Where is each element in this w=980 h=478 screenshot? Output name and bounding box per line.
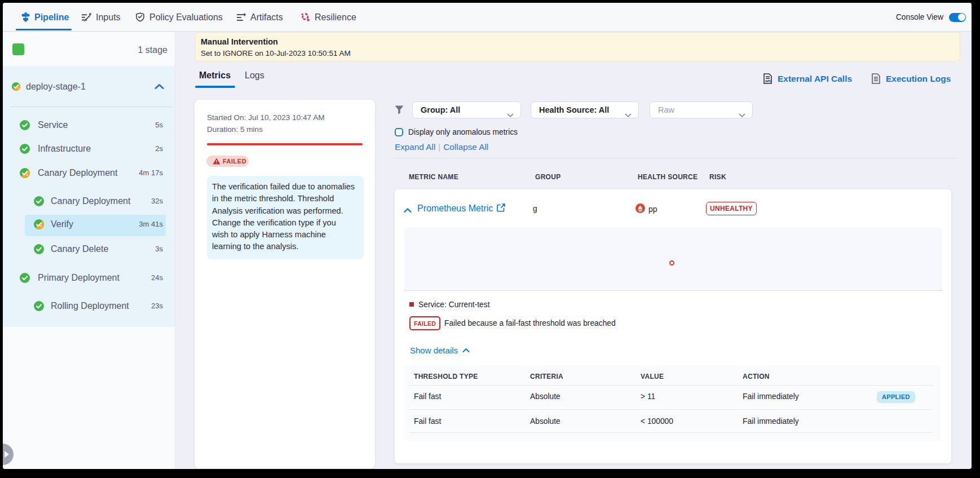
svg-text:API: API — [765, 79, 771, 83]
